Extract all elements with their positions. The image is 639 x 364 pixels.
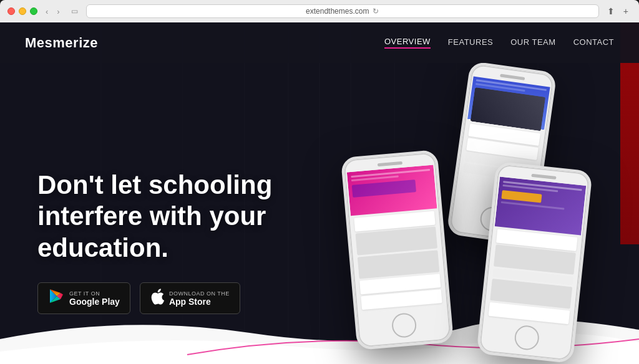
app-store-text: Download on the App Store — [169, 290, 230, 307]
apple-icon — [150, 289, 164, 309]
add-tab-button[interactable]: + — [620, 5, 632, 17]
address-bar[interactable]: extendthemes.com ↻ — [86, 4, 599, 18]
navigation: Mesmerize OVERVIEW FEATURES OUR TEAM CON… — [0, 22, 639, 63]
reload-icon[interactable]: ↻ — [373, 7, 379, 16]
google-play-button[interactable]: GET IT ON Google Play — [37, 282, 130, 314]
url-text: extendthemes.com — [306, 7, 369, 16]
share-button[interactable]: ⬆ — [604, 5, 618, 17]
app-store-name: App Store — [169, 297, 230, 307]
nav-links: OVERVIEW FEATURES OUR TEAM CONTACT — [384, 37, 614, 49]
app-store-button[interactable]: Download on the App Store — [140, 282, 240, 314]
google-play-label: GET IT ON — [69, 290, 120, 297]
browser-chrome: ‹ › ▭ extendthemes.com ↻ ⬆ + — [0, 0, 639, 22]
phones-container — [308, 54, 620, 364]
store-buttons: GET IT ON Google Play Download on the Ap… — [37, 282, 318, 314]
forward-button[interactable]: › — [54, 6, 62, 17]
hero-title: Don't let schooling interfere with your … — [37, 170, 318, 264]
nav-link-contact[interactable]: CONTACT — [573, 37, 614, 48]
website-content: Mesmerize OVERVIEW FEATURES OUR TEAM CON… — [0, 22, 639, 364]
close-button[interactable] — [7, 7, 15, 15]
traffic-lights — [7, 7, 37, 15]
minimize-button[interactable] — [19, 7, 26, 15]
phone-screen-2 — [347, 165, 446, 313]
nav-link-features[interactable]: FEATURES — [448, 37, 493, 48]
app-store-label: Download on the — [169, 290, 230, 297]
nav-link-our-team[interactable]: OUR TEAM — [510, 37, 555, 48]
google-play-icon — [48, 288, 64, 309]
fullscreen-button[interactable] — [30, 7, 37, 15]
phone-screen-3 — [485, 176, 586, 326]
phone-mockup-2 — [341, 150, 454, 350]
browser-nav-buttons: ‹ › — [42, 6, 63, 17]
back-button[interactable]: ‹ — [42, 6, 51, 17]
google-play-name: Google Play — [69, 297, 120, 307]
google-play-text: GET IT ON Google Play — [69, 290, 120, 307]
window-mode-button[interactable]: ▭ — [68, 6, 81, 17]
nav-link-overview[interactable]: OVERVIEW — [384, 37, 431, 49]
site-logo[interactable]: Mesmerize — [25, 35, 384, 51]
hero-content: Don't let schooling interfere with your … — [37, 170, 318, 314]
browser-actions: ⬆ + — [604, 5, 632, 17]
phone-mockup-3 — [476, 161, 593, 364]
